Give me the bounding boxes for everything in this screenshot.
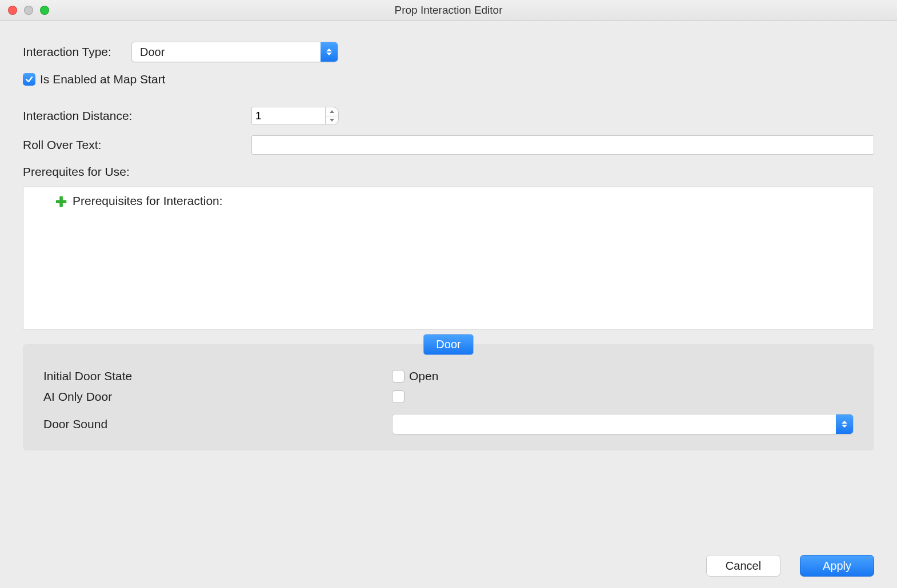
stepper-up[interactable] [326, 107, 338, 116]
chevron-up-down-icon [836, 414, 853, 434]
checkbox-icon [23, 73, 35, 86]
distance-input[interactable] [251, 107, 326, 125]
window-controls [0, 6, 49, 15]
editor-window: Prop Interaction Editor Interaction Type… [0, 0, 897, 588]
prereq-box-header: Prerequisites for Interaction: [73, 194, 223, 208]
distance-stepper[interactable] [251, 107, 339, 125]
enabled-checkbox[interactable]: Is Enabled at Map Start [23, 73, 165, 86]
prereq-label: Prerequites for Use: [23, 165, 130, 179]
dialog-footer: Cancel Apply [23, 538, 874, 577]
apply-button[interactable]: Apply [800, 555, 874, 577]
cancel-button[interactable]: Cancel [706, 555, 780, 577]
rollover-input[interactable] [251, 135, 874, 155]
stepper-buttons [326, 107, 339, 125]
checkbox-icon [392, 390, 405, 403]
add-prereq-icon[interactable]: ✚ [55, 195, 67, 209]
door-tab[interactable]: Door [423, 334, 474, 355]
ai-only-checkbox[interactable] [392, 390, 405, 403]
ai-only-label: AI Only Door [43, 390, 392, 404]
titlebar: Prop Interaction Editor [0, 0, 897, 21]
zoom-window-button[interactable] [40, 6, 49, 15]
interaction-type-label: Interaction Type: [23, 45, 131, 59]
distance-label: Interaction Distance: [23, 109, 251, 123]
close-window-button[interactable] [8, 6, 17, 15]
minimize-window-button[interactable] [24, 6, 33, 15]
checkbox-icon [392, 370, 405, 382]
interaction-type-value: Door [132, 46, 173, 59]
prereq-list[interactable]: ✚ Prerequisites for Interaction: [23, 187, 874, 329]
initial-state-checkbox[interactable]: Open [392, 369, 438, 383]
content-area: Interaction Type: Door Is Enabled at Map… [0, 21, 897, 588]
initial-state-label: Initial Door State [43, 369, 392, 383]
interaction-type-select[interactable]: Door [131, 42, 338, 62]
enabled-label: Is Enabled at Map Start [40, 73, 165, 86]
door-sound-label: Door Sound [43, 417, 392, 431]
rollover-label: Roll Over Text: [23, 138, 251, 152]
door-panel: Door Initial Door State Open AI Onl [23, 344, 874, 450]
chevron-up-down-icon [321, 42, 338, 62]
initial-state-option: Open [409, 369, 438, 383]
door-sound-select[interactable] [392, 414, 854, 434]
stepper-down[interactable] [326, 116, 338, 125]
window-title: Prop Interaction Editor [0, 4, 897, 17]
